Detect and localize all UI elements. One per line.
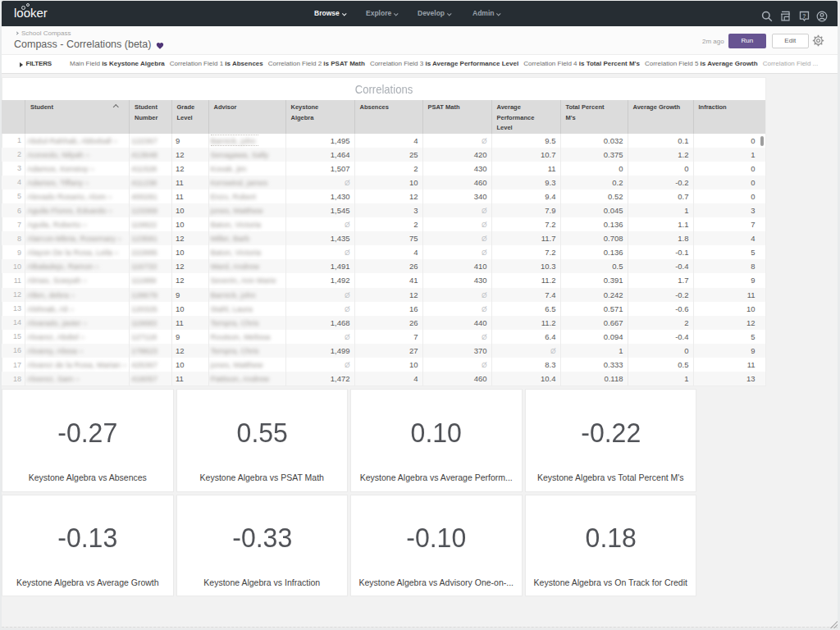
svg-text:?: ? <box>802 13 806 19</box>
